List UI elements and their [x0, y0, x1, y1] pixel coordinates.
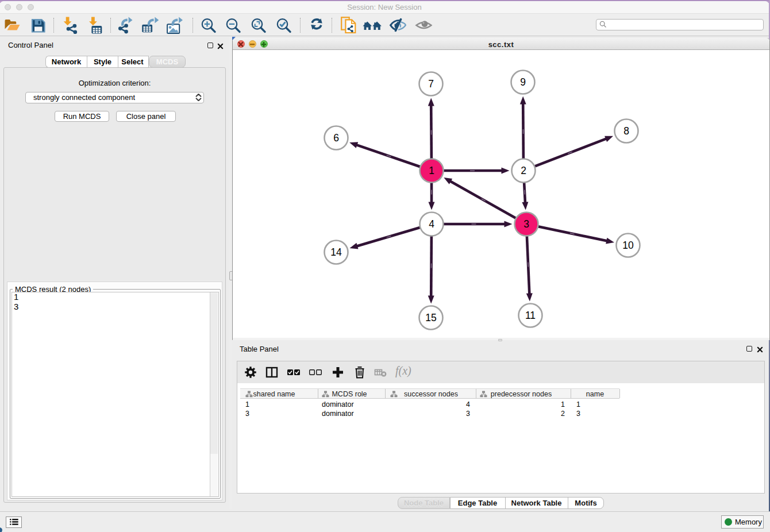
svg-text:7: 7	[428, 78, 434, 90]
svg-text:8: 8	[623, 125, 629, 137]
svg-text:6: 6	[333, 132, 339, 144]
svg-text:15: 15	[425, 312, 436, 323]
svg-text:4: 4	[429, 218, 434, 230]
svg-text:14: 14	[330, 246, 342, 258]
svg-text:3: 3	[523, 218, 529, 230]
svg-text:2: 2	[521, 165, 526, 176]
svg-text:10: 10	[622, 240, 634, 251]
svg-text:1: 1	[429, 165, 434, 176]
svg-text:11: 11	[525, 310, 536, 321]
svg-text:9: 9	[520, 76, 526, 88]
